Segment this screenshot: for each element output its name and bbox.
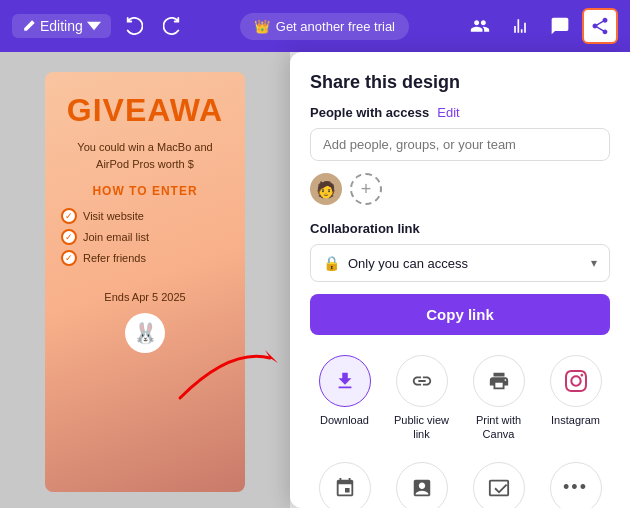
schedule-svg xyxy=(334,477,356,499)
people-access-label: People with access xyxy=(310,105,429,120)
redo-button[interactable] xyxy=(157,11,187,41)
access-text: Only you can access xyxy=(348,256,583,271)
public-view-option[interactable]: Public view link xyxy=(387,351,456,446)
share-panel: Share this design People with access Edi… xyxy=(290,52,630,508)
people-icon xyxy=(470,16,490,36)
editing-button[interactable]: Editing xyxy=(12,14,111,38)
instagram-svg xyxy=(565,370,587,392)
list-item: Refer friends xyxy=(61,250,229,266)
instagram-option[interactable]: Instagram xyxy=(541,351,610,446)
schedule-icon xyxy=(319,462,371,508)
crown-icon: 👑 xyxy=(254,19,270,34)
see-all-icon: ••• xyxy=(550,462,602,508)
public-view-icon xyxy=(396,355,448,407)
undo-button[interactable] xyxy=(119,11,149,41)
check-icon xyxy=(61,229,77,245)
how-to-enter-label: HOW TO ENTER xyxy=(92,184,197,198)
share-icon-button[interactable] xyxy=(582,8,618,44)
instagram-label: Instagram xyxy=(551,413,600,427)
add-person-button[interactable]: + xyxy=(350,173,382,205)
chevron-down-icon: ▾ xyxy=(591,256,597,270)
print-option[interactable]: Print with Canva xyxy=(464,351,533,446)
collab-link-label: Collaboration link xyxy=(310,221,610,236)
share-options-row2: Schedule Template link Present xyxy=(310,458,610,508)
download-label: Download xyxy=(320,413,369,427)
avatar: 🧑 xyxy=(310,173,342,205)
comment-icon xyxy=(550,16,570,36)
main-area: GIVEAWA You could win a MacBo and AirPod… xyxy=(0,52,630,508)
topbar-center: 👑 Get another free trial xyxy=(195,13,454,40)
canvas-area: GIVEAWA You could win a MacBo and AirPod… xyxy=(0,52,290,508)
present-icon xyxy=(473,462,525,508)
add-people-input[interactable] xyxy=(310,128,610,161)
template-link-option[interactable]: Template link xyxy=(387,458,456,508)
check-icon xyxy=(61,208,77,224)
print-label: Print with Canva xyxy=(468,413,529,442)
ends-date: Ends Apr 5 2025 xyxy=(104,291,185,303)
chevron-down-icon xyxy=(87,19,101,33)
share-icon xyxy=(590,16,610,36)
template-svg xyxy=(411,477,433,499)
topbar-icons xyxy=(462,8,618,44)
see-all-option[interactable]: ••• See all xyxy=(541,458,610,508)
link-svg xyxy=(411,370,433,392)
avatar-row: 🧑 + xyxy=(310,173,610,205)
download-icon xyxy=(319,355,371,407)
public-view-label: Public view link xyxy=(391,413,452,442)
people-access-row: People with access Edit xyxy=(310,105,610,120)
redo-icon xyxy=(163,17,181,35)
copy-link-label: Copy link xyxy=(426,306,494,323)
schedule-option[interactable]: Schedule xyxy=(310,458,379,508)
giveaway-body: You could win a MacBo and AirPod Pros wo… xyxy=(61,139,229,172)
design-card: GIVEAWA You could win a MacBo and AirPod… xyxy=(45,72,245,492)
share-options-row1: Download Public view link Print with Can… xyxy=(310,351,610,446)
topbar: Editing 👑 Get another free trial xyxy=(0,0,630,52)
list-item: Visit website xyxy=(61,208,229,224)
editing-label: Editing xyxy=(40,18,83,34)
analytics-icon-button[interactable] xyxy=(502,8,538,44)
share-title: Share this design xyxy=(310,72,610,93)
rabbit-icon: 🐰 xyxy=(125,313,165,353)
steps-list: Visit website Join email list Refer frie… xyxy=(61,208,229,271)
free-trial-label: Get another free trial xyxy=(276,19,395,34)
giveaway-title: GIVEAWA xyxy=(67,92,223,129)
analytics-icon xyxy=(510,16,530,36)
present-svg xyxy=(488,477,510,499)
instagram-icon xyxy=(550,355,602,407)
download-option[interactable]: Download xyxy=(310,351,379,446)
check-icon xyxy=(61,250,77,266)
print-icon xyxy=(473,355,525,407)
lock-icon: 🔒 xyxy=(323,255,340,271)
comment-icon-button[interactable] xyxy=(542,8,578,44)
present-option[interactable]: Present xyxy=(464,458,533,508)
people-icon-button[interactable] xyxy=(462,8,498,44)
pencil-icon xyxy=(22,19,36,33)
undo-icon xyxy=(125,17,143,35)
free-trial-button[interactable]: 👑 Get another free trial xyxy=(240,13,409,40)
print-svg xyxy=(488,370,510,392)
copy-link-button[interactable]: Copy link xyxy=(310,294,610,335)
download-svg xyxy=(334,370,356,392)
access-dropdown[interactable]: 🔒 Only you can access ▾ xyxy=(310,244,610,282)
edit-link[interactable]: Edit xyxy=(437,105,459,120)
svg-marker-0 xyxy=(265,350,278,363)
list-item: Join email list xyxy=(61,229,229,245)
template-link-icon xyxy=(396,462,448,508)
